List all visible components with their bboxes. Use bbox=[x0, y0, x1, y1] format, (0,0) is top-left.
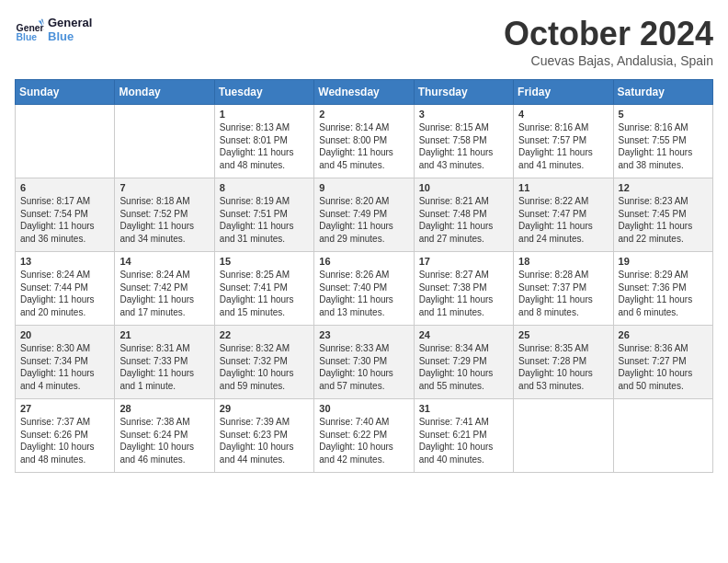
day-cell: 8Sunrise: 8:19 AM Sunset: 7:51 PM Daylig… bbox=[214, 178, 313, 252]
day-cell: 19Sunrise: 8:29 AM Sunset: 7:36 PM Dayli… bbox=[613, 252, 712, 326]
day-cell: 22Sunrise: 8:32 AM Sunset: 7:32 PM Dayli… bbox=[214, 326, 313, 399]
day-number: 2 bbox=[319, 109, 408, 120]
day-number: 19 bbox=[619, 256, 708, 267]
day-number: 8 bbox=[220, 182, 309, 193]
day-info: Sunrise: 8:27 AM Sunset: 7:38 PM Dayligh… bbox=[419, 269, 508, 318]
day-cell: 6Sunrise: 8:17 AM Sunset: 7:54 PM Daylig… bbox=[16, 178, 115, 252]
calendar-body: 1Sunrise: 8:13 AM Sunset: 8:01 PM Daylig… bbox=[16, 105, 713, 473]
day-info: Sunrise: 8:25 AM Sunset: 7:41 PM Dayligh… bbox=[220, 269, 309, 318]
day-cell: 25Sunrise: 8:35 AM Sunset: 7:28 PM Dayli… bbox=[514, 326, 613, 399]
day-cell: 4Sunrise: 8:16 AM Sunset: 7:57 PM Daylig… bbox=[514, 105, 613, 178]
week-row-1: 1Sunrise: 8:13 AM Sunset: 8:01 PM Daylig… bbox=[16, 105, 713, 178]
day-cell: 2Sunrise: 8:14 AM Sunset: 8:00 PM Daylig… bbox=[314, 105, 414, 178]
day-cell: 30Sunrise: 7:40 AM Sunset: 6:22 PM Dayli… bbox=[314, 399, 414, 473]
day-number: 7 bbox=[119, 182, 209, 193]
day-cell: 26Sunrise: 8:36 AM Sunset: 7:27 PM Dayli… bbox=[613, 326, 712, 399]
day-number: 6 bbox=[20, 182, 109, 193]
day-info: Sunrise: 8:18 AM Sunset: 7:52 PM Dayligh… bbox=[119, 195, 209, 245]
day-number: 18 bbox=[518, 256, 608, 267]
day-cell: 23Sunrise: 8:33 AM Sunset: 7:30 PM Dayli… bbox=[314, 326, 414, 399]
day-info: Sunrise: 8:35 AM Sunset: 7:28 PM Dayligh… bbox=[518, 342, 608, 392]
day-number: 29 bbox=[220, 403, 309, 414]
day-cell: 16Sunrise: 8:26 AM Sunset: 7:40 PM Dayli… bbox=[314, 252, 414, 326]
day-cell: 10Sunrise: 8:21 AM Sunset: 7:48 PM Dayli… bbox=[414, 178, 513, 252]
day-info: Sunrise: 7:37 AM Sunset: 6:26 PM Dayligh… bbox=[20, 416, 109, 465]
day-number: 25 bbox=[518, 329, 608, 340]
day-number: 10 bbox=[419, 182, 508, 193]
day-info: Sunrise: 8:21 AM Sunset: 7:48 PM Dayligh… bbox=[419, 195, 508, 245]
day-cell: 15Sunrise: 8:25 AM Sunset: 7:41 PM Dayli… bbox=[214, 252, 313, 326]
day-cell: 11Sunrise: 8:22 AM Sunset: 7:47 PM Dayli… bbox=[514, 178, 613, 252]
day-cell: 28Sunrise: 7:38 AM Sunset: 6:24 PM Dayli… bbox=[115, 399, 214, 473]
day-info: Sunrise: 7:40 AM Sunset: 6:22 PM Dayligh… bbox=[319, 416, 408, 465]
day-number: 17 bbox=[419, 256, 508, 267]
day-info: Sunrise: 8:36 AM Sunset: 7:27 PM Dayligh… bbox=[619, 342, 708, 392]
day-cell: 31Sunrise: 7:41 AM Sunset: 6:21 PM Dayli… bbox=[414, 399, 513, 473]
day-cell: 17Sunrise: 8:27 AM Sunset: 7:38 PM Dayli… bbox=[414, 252, 513, 326]
header-cell-thursday: Thursday bbox=[414, 80, 513, 105]
week-row-5: 27Sunrise: 7:37 AM Sunset: 6:26 PM Dayli… bbox=[16, 399, 713, 473]
day-info: Sunrise: 8:16 AM Sunset: 7:57 PM Dayligh… bbox=[518, 121, 608, 171]
day-info: Sunrise: 8:17 AM Sunset: 7:54 PM Dayligh… bbox=[20, 195, 109, 245]
day-info: Sunrise: 8:29 AM Sunset: 7:36 PM Dayligh… bbox=[619, 269, 708, 318]
header-cell-monday: Monday bbox=[115, 80, 214, 105]
day-cell bbox=[514, 399, 613, 473]
day-number: 4 bbox=[518, 109, 608, 120]
day-number: 16 bbox=[319, 256, 408, 267]
svg-text:Blue: Blue bbox=[17, 32, 38, 42]
logo: General Blue General Blue bbox=[15, 15, 92, 44]
day-cell: 9Sunrise: 8:20 AM Sunset: 7:49 PM Daylig… bbox=[314, 178, 414, 252]
location: Cuevas Bajas, Andalusia, Spain bbox=[504, 53, 713, 68]
header-cell-tuesday: Tuesday bbox=[214, 80, 313, 105]
day-cell: 7Sunrise: 8:18 AM Sunset: 7:52 PM Daylig… bbox=[115, 178, 214, 252]
header-cell-saturday: Saturday bbox=[613, 80, 712, 105]
week-row-3: 13Sunrise: 8:24 AM Sunset: 7:44 PM Dayli… bbox=[16, 252, 713, 326]
day-info: Sunrise: 8:24 AM Sunset: 7:42 PM Dayligh… bbox=[119, 269, 209, 318]
logo-blue: Blue bbox=[48, 29, 92, 43]
day-number: 21 bbox=[119, 329, 209, 340]
day-cell: 14Sunrise: 8:24 AM Sunset: 7:42 PM Dayli… bbox=[115, 252, 214, 326]
day-number: 30 bbox=[319, 403, 408, 414]
day-number: 20 bbox=[20, 329, 109, 340]
day-number: 24 bbox=[419, 329, 508, 340]
day-number: 5 bbox=[619, 109, 708, 120]
week-row-4: 20Sunrise: 8:30 AM Sunset: 7:34 PM Dayli… bbox=[16, 326, 713, 399]
day-number: 3 bbox=[419, 109, 508, 120]
day-info: Sunrise: 8:31 AM Sunset: 7:33 PM Dayligh… bbox=[119, 342, 209, 392]
page-header: General Blue General Blue October 2024 C… bbox=[15, 15, 713, 68]
logo-general: General bbox=[48, 16, 92, 29]
day-info: Sunrise: 7:38 AM Sunset: 6:24 PM Dayligh… bbox=[119, 416, 209, 465]
day-cell: 12Sunrise: 8:23 AM Sunset: 7:45 PM Dayli… bbox=[613, 178, 712, 252]
day-info: Sunrise: 8:16 AM Sunset: 7:55 PM Dayligh… bbox=[619, 121, 708, 171]
day-info: Sunrise: 8:30 AM Sunset: 7:34 PM Dayligh… bbox=[20, 342, 109, 392]
day-info: Sunrise: 8:34 AM Sunset: 7:29 PM Dayligh… bbox=[419, 342, 508, 392]
day-number: 13 bbox=[20, 256, 109, 267]
header-row: SundayMondayTuesdayWednesdayThursdayFrid… bbox=[16, 80, 713, 105]
day-cell: 13Sunrise: 8:24 AM Sunset: 7:44 PM Dayli… bbox=[16, 252, 115, 326]
day-info: Sunrise: 8:23 AM Sunset: 7:45 PM Dayligh… bbox=[619, 195, 708, 245]
day-info: Sunrise: 8:28 AM Sunset: 7:37 PM Dayligh… bbox=[518, 269, 608, 318]
day-number: 27 bbox=[20, 403, 109, 414]
day-number: 14 bbox=[119, 256, 209, 267]
day-info: Sunrise: 8:15 AM Sunset: 7:58 PM Dayligh… bbox=[419, 121, 508, 171]
title-block: October 2024 Cuevas Bajas, Andalusia, Sp… bbox=[504, 15, 713, 68]
day-number: 1 bbox=[220, 109, 309, 120]
day-info: Sunrise: 8:24 AM Sunset: 7:44 PM Dayligh… bbox=[20, 269, 109, 318]
day-cell: 20Sunrise: 8:30 AM Sunset: 7:34 PM Dayli… bbox=[16, 326, 115, 399]
day-number: 28 bbox=[119, 403, 209, 414]
day-cell: 18Sunrise: 8:28 AM Sunset: 7:37 PM Dayli… bbox=[514, 252, 613, 326]
day-cell: 24Sunrise: 8:34 AM Sunset: 7:29 PM Dayli… bbox=[414, 326, 513, 399]
day-cell: 27Sunrise: 7:37 AM Sunset: 6:26 PM Dayli… bbox=[16, 399, 115, 473]
header-cell-friday: Friday bbox=[514, 80, 613, 105]
day-info: Sunrise: 7:41 AM Sunset: 6:21 PM Dayligh… bbox=[419, 416, 508, 465]
day-info: Sunrise: 8:19 AM Sunset: 7:51 PM Dayligh… bbox=[220, 195, 309, 245]
calendar-table: SundayMondayTuesdayWednesdayThursdayFrid… bbox=[15, 79, 713, 473]
header-cell-sunday: Sunday bbox=[16, 80, 115, 105]
day-info: Sunrise: 8:22 AM Sunset: 7:47 PM Dayligh… bbox=[518, 195, 608, 245]
day-info: Sunrise: 7:39 AM Sunset: 6:23 PM Dayligh… bbox=[220, 416, 309, 465]
day-number: 11 bbox=[518, 182, 608, 193]
calendar-header: SundayMondayTuesdayWednesdayThursdayFrid… bbox=[16, 80, 713, 105]
day-info: Sunrise: 8:33 AM Sunset: 7:30 PM Dayligh… bbox=[319, 342, 408, 392]
day-number: 26 bbox=[619, 329, 708, 340]
day-cell: 3Sunrise: 8:15 AM Sunset: 7:58 PM Daylig… bbox=[414, 105, 513, 178]
